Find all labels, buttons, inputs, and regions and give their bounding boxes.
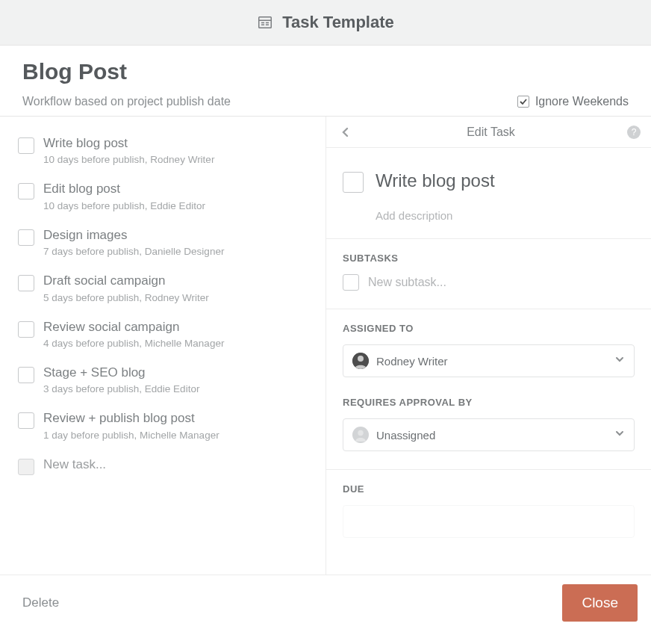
task-title[interactable]: Design images (43, 228, 224, 243)
task-title[interactable]: Review social campaign (43, 320, 224, 335)
close-button[interactable]: Close (562, 584, 638, 622)
task-title[interactable]: Review + publish blog post (43, 411, 219, 426)
task-list-panel[interactable]: Write blog post 10 days before publish, … (0, 117, 326, 575)
task-main-section: Write blog post Add description (326, 148, 651, 239)
task-title[interactable]: Draft social campaign (43, 273, 209, 288)
workarea: Write blog post 10 days before publish, … (0, 116, 651, 575)
edit-task-panel[interactable]: Edit Task ? Write blog post Add descript… (326, 117, 651, 575)
task-description-field[interactable]: Add description (376, 209, 635, 222)
edit-task-header-label: Edit Task (362, 126, 620, 139)
delete-button[interactable]: Delete (22, 595, 59, 610)
task-checkbox (18, 459, 34, 475)
task-checkbox[interactable] (18, 321, 34, 338)
modal-topbar: Task Template (0, 0, 651, 46)
requires-approval-select[interactable]: Unassigned (343, 418, 635, 451)
task-row[interactable]: Write blog post 10 days before publish, … (18, 130, 318, 176)
task-checkbox[interactable] (18, 275, 34, 291)
help-icon[interactable]: ? (627, 126, 641, 139)
subtasks-heading: SUBTASKS (343, 253, 635, 264)
assigned-to-select[interactable]: Rodney Writer (343, 344, 635, 377)
task-checkbox[interactable] (18, 367, 34, 383)
ignore-weekends-checkbox[interactable] (517, 96, 529, 108)
new-subtask-placeholder[interactable]: New subtask... (368, 276, 446, 289)
task-subtitle: 3 days before publish, Eddie Editor (43, 383, 199, 394)
due-heading: DUE (343, 483, 635, 495)
due-section: DUE (326, 470, 651, 556)
due-select[interactable] (343, 505, 635, 538)
template-subtitle: Workflow based on project publish date (22, 95, 231, 108)
task-subtitle: 5 days before publish, Rodney Writer (43, 292, 209, 303)
svg-point-7 (358, 356, 364, 362)
task-checkbox[interactable] (18, 183, 34, 199)
assigned-to-name: Rodney Writer (376, 355, 614, 368)
template-header: Blog Post Workflow based on project publ… (0, 46, 651, 116)
new-subtask-row[interactable]: New subtask... (343, 274, 635, 291)
ignore-weekends-toggle[interactable]: Ignore Weekends (517, 95, 629, 108)
task-subtitle: 7 days before publish, Danielle Designer (43, 246, 224, 257)
chevron-down-icon (614, 354, 625, 368)
task-checkbox[interactable] (18, 412, 34, 429)
ignore-weekends-label: Ignore Weekends (535, 95, 629, 108)
task-row[interactable]: Review social campaign 4 days before pub… (18, 314, 318, 359)
template-name[interactable]: Blog Post (22, 59, 629, 84)
task-row[interactable]: Review + publish blog post 1 day before … (18, 405, 318, 451)
chevron-down-icon (614, 428, 625, 442)
task-subtitle: 10 days before publish, Rodney Writer (43, 154, 214, 165)
task-row[interactable]: Edit blog post 10 days before publish, E… (18, 176, 318, 221)
task-subtitle: 1 day before publish, Michelle Manager (43, 430, 219, 441)
task-title[interactable]: Edit blog post (43, 182, 205, 196)
avatar (352, 353, 369, 369)
task-row[interactable]: Stage + SEO blog 3 days before publish, … (18, 359, 318, 405)
back-button[interactable] (337, 123, 355, 141)
task-complete-checkbox[interactable] (343, 172, 364, 193)
task-row[interactable]: Draft social campaign 5 days before publ… (18, 267, 318, 313)
svg-point-8 (358, 430, 363, 436)
assigned-to-heading: ASSIGNED TO (343, 323, 635, 334)
requires-approval-name: Unassigned (376, 429, 614, 442)
task-checkbox[interactable] (18, 229, 34, 246)
avatar (352, 427, 369, 443)
task-title[interactable]: Write blog post (43, 136, 214, 151)
task-subtitle: 4 days before publish, Michelle Manager (43, 338, 224, 349)
task-subtitle: 10 days before publish, Eddie Editor (43, 200, 205, 211)
modal-title: Task Template (282, 13, 394, 32)
new-task-placeholder[interactable]: New task... (43, 457, 106, 472)
edit-task-header: Edit Task ? (326, 117, 651, 148)
task-checkbox[interactable] (18, 137, 34, 154)
subtask-checkbox (343, 274, 359, 291)
task-row[interactable]: Design images 7 days before publish, Dan… (18, 222, 318, 267)
modal-footer: Delete Close (0, 575, 651, 631)
new-task-row[interactable]: New task... (18, 451, 318, 486)
template-icon (257, 14, 273, 31)
svg-rect-0 (259, 17, 272, 28)
assign-section: ASSIGNED TO Rodney Writer REQUIRES APPRO… (326, 309, 651, 470)
subtasks-section: SUBTASKS New subtask... (326, 239, 651, 309)
requires-approval-heading: REQUIRES APPROVAL BY (343, 397, 635, 408)
task-title-field[interactable]: Write blog post (376, 170, 495, 191)
task-title[interactable]: Stage + SEO blog (43, 365, 199, 380)
